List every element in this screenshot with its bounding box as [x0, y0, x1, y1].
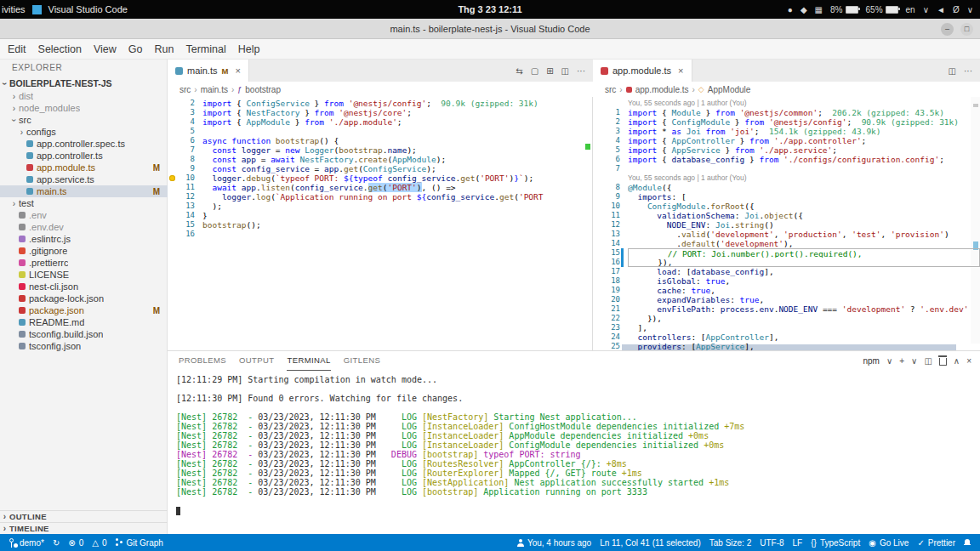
- breadcrumb-item-src[interactable]: src: [179, 85, 191, 94]
- menu-selection[interactable]: Selection: [32, 43, 88, 55]
- code-line[interactable]: 16 }),: [593, 258, 980, 267]
- code-line[interactable]: 2import { ConfigService } from '@nestjs/…: [168, 99, 593, 108]
- tree-item-test[interactable]: ›test: [0, 197, 168, 209]
- tree-item-nest-cli.json[interactable]: nest-cli.json: [0, 281, 168, 293]
- toggle-layout-icon[interactable]: ⊞: [546, 66, 553, 76]
- battery-tray-item[interactable]: 8%: [830, 5, 858, 14]
- tree-item-tsconfig.build.json[interactable]: tsconfig.build.json: [0, 328, 168, 340]
- os-clock[interactable]: Thg 3 23 12:11: [458, 4, 521, 14]
- breadcrumb-item-AppModule[interactable]: AppModule: [708, 85, 751, 94]
- tree-item-.env[interactable]: .env: [0, 209, 168, 221]
- code-line[interactable]: 2import { ConfigModule } from '@nestjs/c…: [593, 117, 980, 127]
- code-line[interactable]: 13 );: [168, 202, 593, 211]
- chevron-down-icon[interactable]: ∨: [886, 356, 892, 366]
- code-line[interactable]: 4import { AppModule } from './app.module…: [168, 117, 593, 127]
- section-timeline[interactable]: ›TIMELINE: [0, 522, 168, 534]
- code-line[interactable]: 24 controllers: [AppController],: [593, 332, 980, 342]
- tab-app-module-ts[interactable]: app.module.ts ×: [593, 60, 692, 82]
- code-area[interactable]: You, 55 seconds ago | 1 author (You)1imp…: [593, 97, 980, 350]
- tree-item-main.ts[interactable]: main.tsM: [0, 185, 168, 197]
- tree-item-configs[interactable]: ›configs: [0, 126, 168, 138]
- split-editor-icon[interactable]: ◫: [924, 356, 932, 366]
- close-icon[interactable]: ×: [966, 356, 971, 366]
- menu-go[interactable]: Go: [122, 43, 149, 55]
- battery-tray-item[interactable]: 65%: [866, 5, 898, 14]
- code-line[interactable]: 12 logger.log(`Application running on po…: [168, 192, 593, 202]
- breadcrumb-item-main.ts[interactable]: main.ts: [201, 85, 228, 94]
- code-line[interactable]: 6async function bootstrap() {: [168, 136, 593, 145]
- indicator-a-tray-item[interactable]: ●: [788, 5, 793, 14]
- code-line[interactable]: 15 // PORT: Joi.number().port().required…: [593, 248, 980, 258]
- status-item-demo-[interactable]: demo*: [5, 534, 48, 551]
- code-line[interactable]: 23 ],: [593, 323, 980, 332]
- status-item-sync[interactable]: ↻: [48, 534, 64, 551]
- code-line[interactable]: 1import { Module } from '@nestjs/common'…: [593, 108, 980, 117]
- breadcrumb-item-bootstrap[interactable]: bootstrap: [245, 85, 281, 94]
- status-item-bell[interactable]: [960, 534, 975, 551]
- split-editor-icon[interactable]: ◫: [561, 66, 569, 76]
- code-line[interactable]: 25 providers: [AppService],: [593, 342, 980, 350]
- section-outline[interactable]: ›OUTLINE: [0, 510, 168, 522]
- explorer-empty-space[interactable]: [0, 352, 168, 510]
- code-line[interactable]: 14}: [168, 211, 593, 220]
- code-line[interactable]: 15bootstrap();: [168, 220, 593, 230]
- code-line[interactable]: 16: [168, 230, 593, 239]
- code-line[interactable]: 17 load: [database_config],: [593, 267, 980, 276]
- code-line[interactable]: 14 .default('development'),: [593, 239, 980, 248]
- tree-item-package-lock.json[interactable]: package-lock.json: [0, 293, 168, 304]
- status-item-git-graph[interactable]: Git Graph: [111, 534, 168, 551]
- activities-button[interactable]: ivities: [2, 4, 26, 14]
- code-line[interactable]: 22 }),: [593, 314, 980, 323]
- code-line[interactable]: 8 const app = await NestFactory.create(A…: [168, 155, 593, 164]
- tree-item-package.json[interactable]: package.jsonM: [0, 304, 168, 316]
- keyboard-tray-item[interactable]: en: [906, 5, 915, 14]
- tree-item-node_modules[interactable]: ›node_modules: [0, 102, 168, 114]
- trash-icon[interactable]: [939, 358, 947, 366]
- code-line[interactable]: 12 NODE_ENV: Joi.string(): [593, 220, 980, 230]
- maximize-button[interactable]: □: [960, 23, 973, 36]
- menu-view[interactable]: View: [88, 43, 122, 55]
- volume-tray-item[interactable]: ◄: [937, 5, 945, 14]
- code-line[interactable]: 9 imports: [: [593, 192, 980, 202]
- tree-item-README.md[interactable]: README.md: [0, 316, 168, 328]
- chevron-down-icon[interactable]: ∨: [911, 356, 917, 366]
- indicator-c-tray-item[interactable]: ▦: [815, 5, 823, 14]
- menu-help[interactable]: Help: [232, 43, 266, 55]
- code-line[interactable]: 9 const config_service = app.get(ConfigS…: [168, 164, 593, 173]
- breadcrumb-item-src[interactable]: src: [605, 85, 616, 94]
- menu-run[interactable]: Run: [149, 43, 180, 55]
- code-line[interactable]: 4import { AppController } from './app.co…: [593, 136, 980, 145]
- chevron-up-icon[interactable]: ∧: [954, 356, 960, 366]
- status-item-you-4-hours-ago[interactable]: You, 4 hours ago: [513, 534, 595, 551]
- code-line[interactable]: 13 .valid('development', 'production', '…: [593, 230, 980, 239]
- chevron-down-tray-item[interactable]: ∨: [967, 5, 973, 14]
- tree-item-src[interactable]: ›src: [0, 114, 168, 126]
- code-line[interactable]: 10 ConfigModule.forRoot({: [593, 202, 980, 211]
- open-preview-icon[interactable]: ▢: [531, 66, 538, 76]
- tree-item-dist[interactable]: ›dist: [0, 90, 168, 102]
- tree-item-LICENSE[interactable]: LICENSE: [0, 269, 168, 281]
- more-icon[interactable]: ···: [577, 66, 585, 76]
- tree-item-.eslintrc.js[interactable]: .eslintrc.js: [0, 233, 168, 245]
- tree-item-app.controller.ts[interactable]: app.controller.ts: [0, 150, 168, 162]
- code-line[interactable]: 3import { NestFactory } from '@nestjs/co…: [168, 108, 593, 117]
- code-line[interactable]: You, 55 seconds ago | 1 author (You): [593, 99, 980, 108]
- tab-main-ts[interactable]: main.ts M ×: [168, 60, 249, 82]
- menu-edit[interactable]: Edit: [2, 43, 32, 55]
- close-icon[interactable]: ×: [678, 65, 683, 76]
- more-icon[interactable]: ···: [964, 66, 972, 76]
- tree-item-app.controller.spec.ts[interactable]: app.controller.spec.ts: [0, 138, 168, 150]
- status-item-0[interactable]: ⊗0: [64, 534, 88, 551]
- explorer-root-folder[interactable]: › BOILERPLATE-NEST-JS: [0, 77, 168, 90]
- breadcrumb-item-app.module.ts[interactable]: app.module.ts: [635, 85, 689, 94]
- plus-icon[interactable]: +: [899, 356, 904, 366]
- minimize-button[interactable]: –: [941, 23, 954, 36]
- status-item-go-live[interactable]: ◉Go Live: [864, 534, 913, 551]
- microphone-muted-tray-item[interactable]: Ø: [953, 5, 960, 14]
- code-line[interactable]: 3import * as Joi from 'joi'; 154.1k (gzi…: [593, 127, 980, 136]
- code-line[interactable]: 6import { database_config } from './conf…: [593, 155, 980, 164]
- menu-terminal[interactable]: Terminal: [179, 43, 231, 55]
- tree-item-app.module.ts[interactable]: app.module.tsM: [0, 162, 168, 173]
- code-area[interactable]: 2import { ConfigService } from '@nestjs/…: [168, 97, 593, 350]
- code-line[interactable]: 11 validationSchema: Joi.object({: [593, 211, 980, 220]
